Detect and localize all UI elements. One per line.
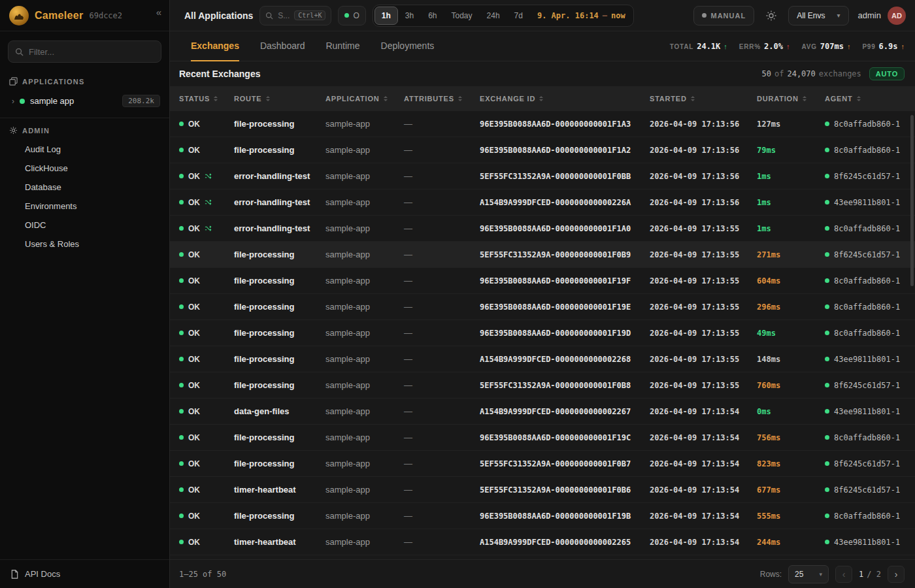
attributes-cell: — (404, 406, 480, 416)
environment-select[interactable]: All Envs ▾ (788, 6, 848, 25)
table-row[interactable]: OK file-processing sample-app — 5EF55FC3… (170, 372, 915, 399)
theme-toggle-button[interactable] (761, 6, 782, 25)
table-row[interactable]: OK file-processing sample-app — 96E395B0… (170, 137, 915, 163)
status-ok-dot (179, 540, 184, 544)
route-cell: timer-heartbeat (234, 537, 325, 547)
route-cell: file-processing (234, 276, 325, 286)
agent-cell: 8f6245c61d57-1 (825, 485, 915, 495)
column-header[interactable]: EXCHANGE ID (480, 95, 650, 103)
table-row[interactable]: OK error-handling-test sample-app — A154… (170, 189, 915, 216)
sidebar-item-sample-app[interactable]: › sample app 208.2k (0, 91, 169, 111)
table-row[interactable]: OK timer-heartbeat sample-app — 5EF55FC3… (170, 477, 915, 503)
tab[interactable]: Runtime (325, 31, 359, 61)
status-ok-dot (179, 487, 184, 492)
column-header[interactable]: APPLICATION (325, 95, 404, 103)
table-row[interactable]: OK file-processing sample-app — 96E395B0… (170, 294, 915, 320)
auto-refresh-badge[interactable]: AUTO (869, 67, 905, 80)
tab[interactable]: Deployments (381, 31, 435, 61)
api-docs-link[interactable]: API Docs (0, 559, 169, 588)
count-unit: exchanges (819, 69, 861, 78)
column-header-label: STATUS (179, 95, 210, 103)
sidebar-collapse-icon[interactable]: « (156, 7, 161, 18)
table-row[interactable]: OK file-processing sample-app — 96E395B0… (170, 425, 915, 451)
time-range-button[interactable]: 24h (480, 7, 507, 25)
table-row[interactable]: OK error-handling-test sample-app — 5EF5… (170, 163, 915, 189)
admin-menu-item[interactable]: Audit Log (0, 140, 169, 159)
global-search-input[interactable]: S... Ctrl+K (259, 6, 331, 25)
table-header-row: STATUS ROUTE APPLICATION ATTRIBUTES EXCH… (170, 86, 915, 111)
date-range-display[interactable]: 9. Apr. 16:14 — now (531, 11, 632, 20)
vertical-scrollbar[interactable] (910, 115, 914, 286)
admin-menu-item[interactable]: OIDC (0, 216, 169, 235)
next-page-button[interactable]: › (888, 566, 905, 583)
branch-icon (205, 225, 212, 232)
table-row[interactable]: OK error-handling-test sample-app — 96E3… (170, 216, 915, 242)
admin-menu-item[interactable]: Environments (0, 197, 169, 216)
route-cell: error-handling-test (234, 171, 325, 181)
admin-menu-item[interactable]: Users & Roles (0, 235, 169, 253)
live-toggle[interactable]: O (338, 6, 365, 25)
column-header[interactable]: STATUS (179, 95, 234, 103)
table-row[interactable]: OK file-processing sample-app — 5EF55FC3… (170, 451, 915, 477)
admin-menu: Audit Log ClickHouse Database Environmen… (0, 140, 169, 253)
chevron-right-icon[interactable]: › (12, 97, 14, 106)
application-cell: sample-app (325, 380, 404, 390)
filter-input[interactable] (29, 47, 154, 57)
sort-icon (384, 96, 388, 101)
route-cell: file-processing (234, 302, 325, 312)
agent-cell: 43ee9811b801-1 (825, 355, 915, 364)
table-row[interactable]: OK data-gen-files sample-app — A154B9A99… (170, 399, 915, 425)
scope-label: All Applications (184, 10, 253, 21)
avatar[interactable]: AD (888, 7, 906, 25)
status-cell: OK (179, 146, 234, 155)
agent-id: 43ee9811b801-1 (834, 198, 900, 207)
duration-cell: 604ms (757, 276, 825, 286)
attributes-cell: — (404, 250, 480, 259)
column-header[interactable]: AGENT (825, 95, 915, 103)
time-range-button[interactable]: 7d (507, 7, 530, 25)
agent-cell: 43ee9811b801-1 (825, 407, 915, 416)
route-cell: file-processing (234, 459, 325, 468)
attributes-cell: — (404, 145, 480, 155)
rows-per-page-select[interactable]: 25 ▾ (788, 565, 829, 583)
previous-page-button[interactable]: ‹ (835, 566, 852, 583)
app-count-badge: 208.2k (122, 95, 160, 107)
started-cell: 2026-04-09 17:13:55 (650, 276, 757, 286)
time-range-button[interactable]: 3h (398, 7, 421, 25)
tab[interactable]: Exchanges (191, 31, 239, 61)
count-total: 24,070 (787, 69, 815, 78)
application-cell: sample-app (325, 250, 404, 259)
agent-id: 8c0affadb860-1 (834, 302, 900, 312)
column-header[interactable]: DURATION (757, 95, 825, 103)
admin-menu-item[interactable]: Database (0, 178, 169, 197)
table-row[interactable]: OK file-processing sample-app — 96E395B0… (170, 268, 915, 294)
duration-cell: 1ms (757, 198, 825, 207)
column-header[interactable]: ROUTE (234, 95, 325, 103)
table-row[interactable]: OK timer-heartbeat sample-app — A154B9A9… (170, 529, 915, 555)
applications-section-header: APPLICATIONS (0, 69, 169, 91)
status-ok-dot (179, 461, 184, 466)
time-range-button[interactable]: 1h (374, 7, 398, 25)
tab[interactable]: Dashboard (260, 31, 305, 61)
manual-refresh-button[interactable]: MANUAL (693, 6, 755, 25)
status-ok-dot (179, 357, 184, 361)
started-cell: 2026-04-09 17:13:55 (650, 381, 757, 390)
sidebar-filter[interactable] (8, 41, 161, 63)
table-row[interactable]: OK file-processing sample-app — 96E395B0… (170, 320, 915, 346)
branch-icon (205, 199, 212, 206)
status-ok-dot (179, 514, 184, 518)
table-row[interactable]: OK file-processing sample-app — 96E395B0… (170, 503, 915, 529)
status-cell: OK (179, 407, 234, 416)
table-row[interactable]: OK file-processing sample-app — 96E395B0… (170, 111, 915, 137)
admin-menu-item[interactable]: ClickHouse (0, 159, 169, 178)
column-header[interactable]: ATTRIBUTES (404, 95, 480, 103)
stat-value: 6.9s (879, 42, 898, 51)
agent-status-dot (825, 122, 829, 126)
table-row[interactable]: OK file-processing sample-app — A154B9A9… (170, 346, 915, 372)
time-range-button[interactable]: 6h (421, 7, 444, 25)
agent-cell: 8c0affadb860-1 (825, 276, 915, 286)
table-row[interactable]: OK file-processing sample-app — 5EF55FC3… (170, 242, 915, 268)
time-range-button[interactable]: Today (444, 7, 480, 25)
started-cell: 2026-04-09 17:13:56 (650, 146, 757, 155)
column-header[interactable]: STARTED (650, 95, 757, 103)
